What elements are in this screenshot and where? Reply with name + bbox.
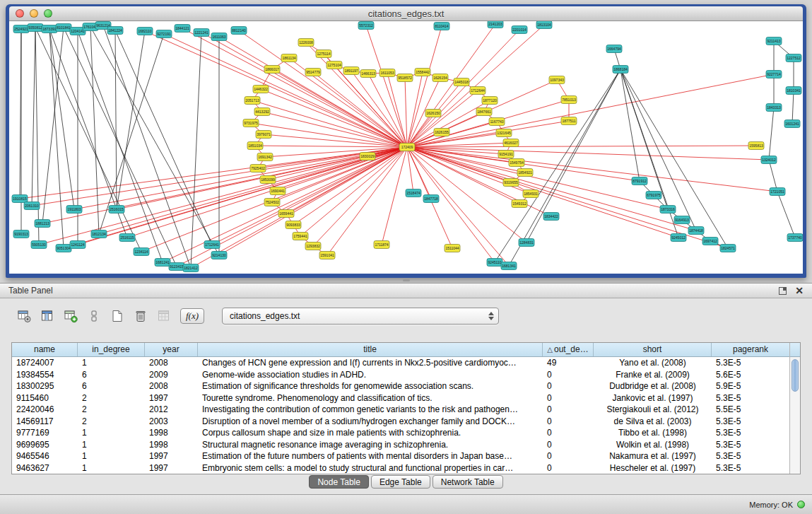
graph-node[interactable]: 9190313: [13, 230, 29, 238]
graph-node[interactable]: 1868184: [613, 66, 628, 74]
graph-node[interactable]: 9245110: [487, 259, 502, 267]
graph-node[interactable]: 1221241: [194, 29, 209, 37]
graph-node[interactable]: 1284831: [519, 239, 534, 247]
graph-node[interactable]: 1549754: [509, 159, 524, 167]
graph-node[interactable]: 1877120: [482, 97, 498, 105]
row-height-icon[interactable]: [86, 308, 102, 325]
graph-node[interactable]: 9319655: [503, 179, 519, 187]
graph-node[interactable]: 1721051: [770, 188, 785, 196]
close-panel-icon[interactable]: ✕: [795, 286, 804, 296]
graph-node[interactable]: 2524921: [13, 25, 29, 33]
delete-table-icon[interactable]: [132, 308, 149, 325]
graph-node[interactable]: 1844121: [175, 25, 190, 33]
zoom-window-button[interactable]: [44, 9, 52, 18]
graph-node[interactable]: 1711874: [374, 241, 389, 249]
graph-node[interactable]: 1881213: [35, 220, 50, 228]
graph-node[interactable]: 3979071: [256, 131, 271, 139]
table-row[interactable]: 1456911722003Disruption of a novel membe…: [12, 416, 789, 428]
graph-node[interactable]: 1321645: [496, 129, 512, 137]
function-builder-button[interactable]: f(x): [180, 308, 204, 324]
graph-node[interactable]: 4413292: [254, 108, 270, 116]
graph-node[interactable]: 1712644: [470, 87, 486, 95]
column-header-year[interactable]: year: [145, 343, 198, 356]
graph-node[interactable]: 1810341: [786, 87, 801, 95]
graph-node[interactable]: 1167743: [489, 118, 505, 126]
graph-node[interactable]: 1712641: [204, 241, 220, 249]
graph-node[interactable]: 1866017: [264, 66, 280, 74]
table-row[interactable]: 911546021997Tourette syndrome. Phenomeno…: [12, 392, 789, 404]
graph-node[interactable]: 1841224: [107, 27, 123, 35]
table-mode-icon[interactable]: [16, 308, 33, 325]
graph-node[interactable]: 1877511: [561, 117, 577, 125]
graph-node[interactable]: 2051713: [245, 97, 260, 105]
graph-node[interactable]: 1824571: [720, 245, 736, 252]
graph-node[interactable]: 1854921: [517, 169, 533, 177]
graph-node[interactable]: 1324012: [761, 156, 777, 164]
new-table-icon[interactable]: [109, 308, 126, 325]
graph-node[interactable]: 1626154: [433, 74, 448, 82]
graph-node[interactable]: 9154191: [498, 151, 514, 158]
graph-node[interactable]: 9272191: [156, 30, 172, 38]
graph-node[interactable]: 1690441: [270, 187, 286, 195]
column-header-in-degree[interactable]: in_degree: [78, 343, 145, 356]
column-header-out-degree[interactable]: △out_de…: [543, 343, 594, 356]
table-row[interactable]: 2242004622012Investigating the contribut…: [12, 404, 789, 416]
show-columns-icon[interactable]: [39, 308, 56, 325]
graph-node[interactable]: 6791975: [646, 192, 661, 199]
graph-node[interactable]: 1611063: [211, 33, 227, 41]
tab-network-table[interactable]: Network Table: [433, 475, 503, 489]
tab-edge-table[interactable]: Edge Table: [371, 475, 430, 489]
graph-node[interactable]: 1834422: [543, 213, 559, 221]
graph-node[interactable]: 9350812: [28, 24, 43, 32]
import-table-icon[interactable]: [155, 308, 172, 325]
graph-node[interactable]: 1293832: [305, 243, 321, 250]
graph-node[interactable]: 1847661: [476, 108, 492, 116]
column-header-pagerank[interactable]: pagerank: [712, 343, 789, 356]
graph-node[interactable]: 7925402: [250, 165, 266, 173]
graph-node[interactable]: 1681241: [155, 259, 170, 267]
graph-node[interactable]: 1891197: [343, 67, 359, 75]
graph-node[interactable]: 8791912: [632, 177, 647, 185]
close-window-button[interactable]: [16, 9, 24, 18]
graph-node[interactable]: 1601241: [784, 120, 800, 128]
table-row[interactable]: 977716911998Corpus callosum shape and si…: [12, 427, 789, 439]
graph-node[interactable]: 1275104: [326, 62, 342, 69]
graph-node[interactable]: 1821412: [183, 264, 199, 272]
graph-node[interactable]: 4616027: [503, 139, 519, 147]
graph-node[interactable]: 1861134: [281, 54, 297, 62]
graph-node[interactable]: 1854931: [523, 190, 539, 198]
column-header-name[interactable]: name: [12, 343, 78, 356]
graph-node[interactable]: 1226008: [298, 39, 314, 47]
graph-node[interactable]: 1611053: [379, 69, 395, 77]
graph-node[interactable]: 172409: [399, 144, 415, 151]
graph-node[interactable]: 8812140: [231, 27, 247, 35]
scrollbar-thumb[interactable]: [792, 359, 799, 392]
graph-node[interactable]: 1227512: [786, 54, 801, 62]
graph-node[interactable]: 2516015: [109, 206, 124, 214]
graph-node[interactable]: 1664794: [606, 45, 622, 53]
graph-node[interactable]: 7524502: [264, 199, 280, 206]
graph-node[interactable]: 9051304: [56, 245, 71, 252]
graph-node[interactable]: 9123415: [169, 263, 184, 271]
graph-node[interactable]: 1275114: [316, 50, 331, 58]
graph-node[interactable]: 1830029: [360, 153, 375, 160]
table-selector-dropdown[interactable]: citations_edges.txt: [222, 308, 499, 325]
graph-node[interactable]: 1626155: [434, 129, 449, 136]
graph-node[interactable]: 5905130: [31, 241, 47, 249]
float-panel-icon[interactable]: [779, 287, 787, 295]
graph-node[interactable]: 5572312: [358, 22, 374, 30]
graph-node[interactable]: 1911803: [66, 206, 82, 214]
graph-node[interactable]: 1659441: [278, 210, 294, 218]
graph-node[interactable]: 1910815: [12, 195, 28, 203]
graph-node[interactable]: 9211413: [766, 37, 782, 45]
table-row[interactable]: 1830029562008Estimation of significance …: [12, 380, 789, 392]
graph-node[interactable]: 1558442: [415, 69, 430, 76]
panel-splitter[interactable]: [0, 278, 812, 283]
graph-node[interactable]: 9245012: [671, 234, 686, 242]
graph-node[interactable]: 1691342: [257, 153, 273, 161]
graph-node[interactable]: 9093833: [286, 221, 301, 229]
table-row[interactable]: 946362711997Embryonic stem cells: a mode…: [12, 462, 789, 474]
graph-node[interactable]: 1851034: [247, 142, 263, 150]
table-row[interactable]: 969969511998Structural magnetic resonanc…: [12, 439, 789, 451]
graph-node[interactable]: 9514779: [305, 69, 321, 76]
